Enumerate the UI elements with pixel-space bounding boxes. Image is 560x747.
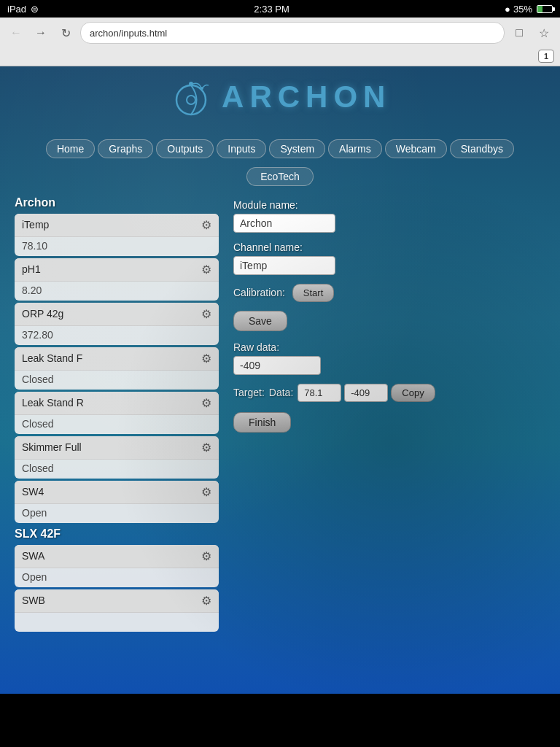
input-value-swb [15,613,219,632]
nav-inputs[interactable]: Inputs [217,139,266,158]
data-label: Data: [269,387,293,398]
wifi-icon: ⊜ [31,4,39,15]
list-item: ORP 42g ⚙ 372.80 [15,303,219,345]
bookmark-button[interactable]: ☆ [534,23,554,43]
left-panel: Archon iTemp ⚙ 78.10 pH1 ⚙ 8.20 [15,196,219,634]
input-name-sw4: SW4 [22,486,44,498]
finish-button[interactable]: Finish [233,412,291,433]
browser-chrome: ← → ↻ □ ☆ 1 [0,18,560,66]
nav-ecotech[interactable]: EcoTech [246,167,314,186]
input-name-leakf: Leak Stand F [22,352,82,364]
list-item: Leak Stand F ⚙ Closed [15,347,219,390]
list-item: pH1 ⚙ 8.20 [15,258,219,301]
logo-text: ARCHON [222,80,391,115]
target-value-input[interactable] [298,384,341,402]
nav-graphs[interactable]: Graphs [98,139,153,158]
svg-point-0 [176,85,206,115]
input-name-leakr: Leak Stand R [22,397,84,409]
raw-data-label: Raw data: [233,341,545,353]
gear-icon-orp[interactable]: ⚙ [201,307,211,321]
page-background: ARCHON Home Graphs Outputs Inputs System… [0,66,560,694]
gear-icon-ph1[interactable]: ⚙ [201,263,211,276]
list-item: Skimmer Full ⚙ Closed [15,436,219,479]
right-panel: Module name: Channel name: Calibration: … [233,196,545,634]
nav-alarms[interactable]: Alarms [328,139,382,158]
main-layout: Archon iTemp ⚙ 78.10 pH1 ⚙ 8.20 [0,189,560,641]
input-value-sw4: Open [15,504,219,523]
nav-sub: EcoTech [0,164,560,189]
reload-button[interactable]: ↻ [55,23,76,43]
input-name-itemp: iTemp [22,219,49,231]
save-button[interactable]: Save [233,311,287,331]
gear-icon-swb[interactable]: ⚙ [201,594,211,608]
target-data-row: Target: Data: Copy [233,384,545,402]
gear-icon-itemp[interactable]: ⚙ [201,218,211,232]
input-value-skimmer: Closed [15,460,219,479]
channel-name-input[interactable] [233,256,335,275]
battery-label: 35% [513,4,532,15]
archon-section-label: Archon [15,196,219,209]
input-value-orp: 372.80 [15,326,219,345]
input-value-itemp: 78.10 [15,237,219,256]
raw-data-input[interactable] [233,356,321,375]
nav-home[interactable]: Home [46,139,95,158]
nav-system[interactable]: System [269,139,325,158]
forward-button[interactable]: → [31,23,51,43]
address-bar[interactable] [80,22,505,44]
list-item: SWB ⚙ [15,589,219,632]
nav-outputs[interactable]: Outputs [156,139,214,158]
start-button[interactable]: Start [292,284,334,302]
calibration-label: Calibration: [233,287,285,298]
list-item: Leak Stand R ⚙ Closed [15,392,219,434]
input-name-swa: SWA [22,550,44,562]
slx-section-label: SLX 42F [15,527,219,541]
list-item: iTemp ⚙ 78.10 [15,214,219,256]
input-value-ph1: 8.20 [15,282,219,301]
gear-icon-leakf[interactable]: ⚙ [201,352,211,365]
copy-button[interactable]: Copy [391,384,435,402]
gear-icon-sw4[interactable]: ⚙ [201,485,211,499]
nav-standbys[interactable]: Standbys [450,139,514,158]
input-name-swb: SWB [22,595,45,606]
list-item: SWA ⚙ Open [15,545,219,587]
gear-icon-skimmer[interactable]: ⚙ [201,441,211,454]
time-label: 2:33 PM [254,4,289,15]
carrier-label: iPad [7,4,26,15]
input-value-swa: Open [15,568,219,587]
svg-point-1 [187,96,195,104]
module-name-input[interactable] [233,214,335,233]
tab-count[interactable]: 1 [538,50,554,63]
list-item: SW4 ⚙ Open [15,481,219,523]
nav-menu: Home Graphs Outputs Inputs System Alarms… [0,133,560,164]
input-value-leakr: Closed [15,415,219,434]
input-name-ph1: pH1 [22,263,41,275]
module-name-label: Module name: [233,199,545,211]
input-value-leakf: Closed [15,371,219,390]
data-value-input[interactable] [344,384,388,402]
gear-icon-swa[interactable]: ⚙ [201,549,211,563]
bluetooth-icon: ● [505,4,510,15]
channel-name-label: Channel name: [233,241,545,253]
back-button[interactable]: ← [6,23,26,43]
input-name-orp: ORP 42g [22,308,63,320]
target-label: Target: [233,387,265,398]
battery-icon [537,5,553,13]
nav-webcam[interactable]: Webcam [385,139,447,158]
share-button[interactable]: □ [509,23,529,43]
gear-icon-leakr[interactable]: ⚙ [201,396,211,410]
logo-area: ARCHON [0,66,560,133]
input-name-skimmer: Skimmer Full [22,441,82,453]
status-bar: iPad ⊜ 2:33 PM ● 35% [0,0,560,18]
logo-icon [169,78,213,125]
